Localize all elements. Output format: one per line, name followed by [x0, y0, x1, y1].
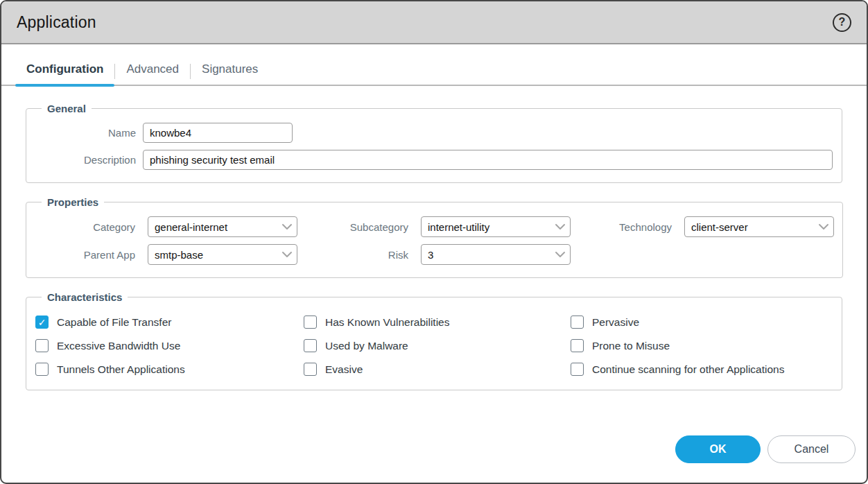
technology-value: client-server — [691, 221, 818, 233]
checkbox[interactable]: ✓ — [304, 339, 317, 352]
checkbox-has-known-vulnerabilities[interactable]: ✓ Has Known Vulnerabilities — [304, 316, 571, 329]
tab-bar: Configuration Advanced Signatures — [1, 62, 867, 86]
properties-section: Properties Category general-internet Sub… — [26, 196, 843, 278]
configuration-panel: General Name Description Properties Cate… — [1, 86, 867, 483]
general-section: General Name Description — [26, 103, 842, 183]
checkbox-label: Evasive — [325, 363, 363, 376]
tab-label: Advanced — [126, 62, 179, 76]
subcategory-value: internet-utility — [428, 221, 555, 233]
ok-button[interactable]: OK — [675, 435, 761, 463]
checkbox[interactable]: ✓ — [35, 363, 49, 376]
checkbox[interactable]: ✓ — [35, 316, 49, 329]
checkbox-continue-scanning-for-other-applications[interactable]: ✓ Continue scanning for other Applicatio… — [571, 363, 833, 376]
parent-app-select[interactable]: smtp-base — [148, 244, 297, 265]
properties-grid: Category general-internet Subcategory in… — [35, 216, 834, 265]
checkbox-label: Prone to Misuse — [592, 340, 670, 352]
characteristics-grid: ✓ Capable of File Transfer ✓ Has Known V… — [35, 311, 833, 380]
chevron-down-icon — [555, 251, 566, 258]
subcategory-label: Subcategory — [303, 221, 415, 233]
title-bar: Application ? — [1, 1, 867, 44]
parent-app-value: smtp-base — [155, 249, 281, 261]
check-icon: ✓ — [38, 318, 46, 327]
category-select[interactable]: general-internet — [148, 216, 297, 237]
checkbox[interactable]: ✓ — [35, 339, 49, 352]
risk-select[interactable]: 3 — [421, 244, 571, 265]
checkbox-label: Pervasive — [592, 316, 639, 329]
checkbox-prone-to-misuse[interactable]: ✓ Prone to Misuse — [571, 339, 833, 352]
application-dialog: Application ? Configuration Advanced Sig… — [0, 0, 868, 484]
checkbox-tunnels-other-applications[interactable]: ✓ Tunnels Other Applications — [35, 363, 304, 376]
dialog-footer: OK Cancel — [1, 435, 867, 483]
name-input[interactable] — [143, 123, 293, 143]
category-label: Category — [35, 221, 142, 233]
parent-app-label: Parent App — [35, 249, 142, 261]
chevron-down-icon — [555, 223, 566, 230]
help-icon: ? — [839, 17, 846, 28]
checkbox-excessive-bandwidth-use[interactable]: ✓ Excessive Bandwidth Use — [35, 339, 304, 352]
cancel-button[interactable]: Cancel — [767, 435, 856, 463]
checkbox-label: Continue scanning for other Applications — [592, 363, 784, 376]
checkbox[interactable]: ✓ — [571, 316, 584, 329]
checkbox-evasive[interactable]: ✓ Evasive — [304, 363, 571, 376]
chevron-down-icon — [818, 223, 829, 230]
checkbox-label: Tunnels Other Applications — [57, 363, 185, 376]
checkbox-capable-of-file-transfer[interactable]: ✓ Capable of File Transfer — [35, 316, 304, 329]
checkbox-label: Capable of File Transfer — [57, 316, 171, 329]
properties-legend: Properties — [42, 196, 104, 208]
checkbox[interactable]: ✓ — [571, 363, 584, 376]
category-value: general-internet — [155, 221, 281, 233]
tab-label: Signatures — [202, 62, 258, 76]
checkbox-label: Used by Malware — [325, 340, 408, 352]
checkbox-pervasive[interactable]: ✓ Pervasive — [571, 316, 833, 329]
chevron-down-icon — [281, 251, 293, 258]
checkbox[interactable]: ✓ — [571, 339, 584, 352]
general-legend: General — [42, 103, 92, 114]
characteristics-section: Characteristics ✓ Capable of File Transf… — [26, 291, 842, 390]
tab-signatures[interactable]: Signatures — [191, 62, 269, 85]
risk-value: 3 — [428, 249, 555, 261]
description-input[interactable] — [143, 150, 833, 170]
chevron-down-icon — [281, 223, 293, 230]
risk-label: Risk — [303, 249, 415, 261]
technology-label: Technology — [576, 221, 679, 233]
help-button[interactable]: ? — [833, 13, 851, 32]
tab-configuration[interactable]: Configuration — [15, 62, 114, 85]
technology-select[interactable]: client-server — [684, 216, 834, 237]
name-label: Name — [35, 127, 143, 139]
checkbox-label: Has Known Vulnerabilities — [325, 316, 450, 329]
characteristics-legend: Characteristics — [42, 291, 128, 303]
tab-advanced[interactable]: Advanced — [115, 62, 190, 85]
checkbox-label: Excessive Bandwidth Use — [57, 340, 180, 352]
tab-label: Configuration — [26, 62, 103, 76]
dialog-title: Application — [17, 13, 96, 32]
description-label: Description — [35, 154, 143, 166]
checkbox-used-by-malware[interactable]: ✓ Used by Malware — [304, 339, 571, 352]
description-row: Description — [35, 150, 833, 170]
checkbox[interactable]: ✓ — [304, 363, 317, 376]
checkbox[interactable]: ✓ — [304, 316, 317, 329]
name-row: Name — [35, 123, 833, 143]
subcategory-select[interactable]: internet-utility — [421, 216, 571, 237]
